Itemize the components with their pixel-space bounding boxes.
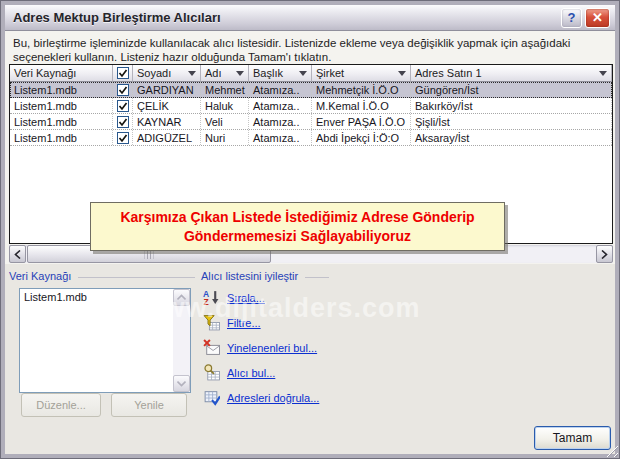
table-row[interactable]: Listem1.mdbADIGÜZELNuriAtamıza..Abdi İpe… xyxy=(10,130,612,146)
table-body: Listem1.mdbGARDIYANMehmetAtamıza..Mehmet… xyxy=(10,82,612,146)
scroll-left-button[interactable] xyxy=(9,245,26,263)
cell-data-source: Listem1.mdb xyxy=(10,114,113,129)
dialog-body: Bu, birleştirme işleminizde kullanılacak… xyxy=(5,31,615,454)
select-all-checkbox[interactable] xyxy=(117,67,129,79)
cell-adi: Mehmet xyxy=(201,82,249,97)
refine-link-label[interactable]: Adresleri doğrula... xyxy=(227,392,319,404)
window-title: Adres Mektup Birleştirme Alıcıları xyxy=(5,10,221,25)
row-checkbox[interactable] xyxy=(117,132,129,144)
chevron-down-icon xyxy=(177,380,186,387)
cell-adi: Haluk xyxy=(201,98,249,113)
ok-button[interactable]: Tamam xyxy=(534,426,611,450)
column-header-soyadi[interactable]: Soyadı xyxy=(133,65,201,82)
cell-adres: Güngören/İst xyxy=(411,82,612,97)
find-recipient-icon xyxy=(203,364,220,381)
cell-soyadi: ÇELİK xyxy=(133,98,201,113)
column-header-baslik[interactable]: Başlık xyxy=(249,65,312,82)
cell-sirket: Enver PAŞA İ.Ö.O xyxy=(312,114,411,129)
column-header-select-all[interactable] xyxy=(113,65,133,82)
scroll-down-button[interactable] xyxy=(173,375,190,392)
cell-soyadi: KAYNAR xyxy=(133,114,201,129)
cell-adi: Nuri xyxy=(201,130,249,145)
sort-az-icon: AZ xyxy=(203,289,220,306)
dropdown-arrow-icon[interactable] xyxy=(188,71,196,76)
data-source-listbox[interactable]: Listem1.mdb xyxy=(19,288,191,393)
column-header-veri-kaynagi[interactable]: Veri Kaynağı xyxy=(10,65,113,82)
chevron-right-icon xyxy=(601,250,608,259)
cell-sirket: M.Kemal İ.Ö.O xyxy=(312,98,411,113)
cell-sirket: Mehmetçik İ.Ö.O xyxy=(312,82,411,97)
refine-link-filtre-[interactable]: Filtre... xyxy=(203,314,319,331)
table-row[interactable]: Listem1.mdbGARDIYANMehmetAtamıza..Mehmet… xyxy=(10,82,612,98)
section-rule xyxy=(305,277,329,278)
cell-include-checkbox[interactable] xyxy=(113,130,133,145)
cell-data-source: Listem1.mdb xyxy=(10,82,113,97)
data-source-item[interactable]: Listem1.mdb xyxy=(20,289,190,305)
refine-links-list: AZSırala...Filtre...Yinelenenleri bul...… xyxy=(203,289,319,414)
refine-link-label[interactable]: Filtre... xyxy=(227,317,261,329)
refine-link-yinelenenleri-bul-[interactable]: Yinelenenleri bul... xyxy=(203,339,319,356)
row-checkbox[interactable] xyxy=(117,116,129,128)
cell-adi: Veli xyxy=(201,114,249,129)
find-duplicates-icon xyxy=(203,339,220,356)
dropdown-arrow-icon[interactable] xyxy=(236,71,244,76)
listbox-scrollbar[interactable] xyxy=(173,289,190,392)
section-rule xyxy=(78,277,195,278)
column-header-adi[interactable]: Adı xyxy=(201,65,249,82)
refine-link-label[interactable]: Sırala... xyxy=(227,292,265,304)
table-row[interactable]: Listem1.mdbÇELİKHalukAtamıza..M.Kemal İ.… xyxy=(10,98,612,114)
cell-data-source: Listem1.mdb xyxy=(10,98,113,113)
cell-sirket: Abdi İpekçi İ:Ö:O xyxy=(312,130,411,145)
refine-link-label[interactable]: Alıcı bul... xyxy=(227,367,275,379)
svg-text:Z: Z xyxy=(204,297,209,306)
close-button[interactable]: ✕ xyxy=(585,8,610,28)
refine-link-adresleri-do-rula-[interactable]: Adresleri doğrula... xyxy=(203,389,319,406)
cell-adres: Bakırköy/İst xyxy=(411,98,612,113)
refine-section-label: Alıcı listesini iyileştir xyxy=(201,270,329,282)
annotation-text: Karşımıza Çıkan Listede İstediğimiz Adre… xyxy=(91,208,504,246)
dropdown-arrow-icon[interactable] xyxy=(398,71,406,76)
titlebar[interactable]: Adres Mektup Birleştirme Alıcıları ? ✕ xyxy=(5,5,615,31)
cell-baslik: Atamıza.. xyxy=(249,98,312,113)
cell-include-checkbox[interactable] xyxy=(113,114,133,129)
scroll-right-button[interactable] xyxy=(596,245,613,263)
cell-soyadi: GARDIYAN xyxy=(133,82,201,97)
data-source-section-label: Veri Kaynağı xyxy=(9,270,195,282)
cell-include-checkbox[interactable] xyxy=(113,82,133,97)
refresh-button[interactable]: Yenile xyxy=(111,393,187,417)
refine-link-s-rala-[interactable]: AZSırala... xyxy=(203,289,319,306)
cell-baslik: Atamıza.. xyxy=(249,82,312,97)
row-checkbox[interactable] xyxy=(117,100,129,112)
filter-icon xyxy=(203,314,220,331)
column-header-adres-satin-1[interactable]: Adres Satın 1 xyxy=(411,65,612,82)
cell-data-source: Listem1.mdb xyxy=(10,130,113,145)
titlebar-buttons: ? ✕ xyxy=(561,8,615,28)
chevron-left-icon xyxy=(14,250,21,259)
validate-addresses-icon xyxy=(203,389,220,406)
cell-soyadi: ADIGÜZEL xyxy=(133,130,201,145)
intro-text: Bu, birleştirme işleminizde kullanılacak… xyxy=(13,36,609,64)
refine-link-al-c-bul-[interactable]: Alıcı bul... xyxy=(203,364,319,381)
column-header-sirket[interactable]: Şirket xyxy=(312,65,411,82)
annotation-callout: Karşımıza Çıkan Listede İstediğimiz Adre… xyxy=(90,202,505,251)
mail-merge-recipients-dialog: Adres Mektup Birleştirme Alıcıları ? ✕ B… xyxy=(0,0,620,459)
scroll-up-button[interactable] xyxy=(173,289,190,306)
cell-baslik: Atamıza.. xyxy=(249,114,312,129)
cell-adres: Aksaray/İst xyxy=(411,130,612,145)
cell-include-checkbox[interactable] xyxy=(113,98,133,113)
dropdown-arrow-icon[interactable] xyxy=(299,71,307,76)
edit-button[interactable]: Düzenle... xyxy=(21,393,101,417)
dropdown-arrow-icon[interactable] xyxy=(599,71,607,76)
help-button[interactable]: ? xyxy=(561,8,582,28)
refine-link-label[interactable]: Yinelenenleri bul... xyxy=(227,342,317,354)
cell-adres: Şişli/İst xyxy=(411,114,612,129)
row-checkbox[interactable] xyxy=(117,84,129,96)
table-row[interactable]: Listem1.mdbKAYNARVeliAtamıza..Enver PAŞA… xyxy=(10,114,612,130)
table-header-row: Veri Kaynağı Soyadı Adı Başlık xyxy=(10,65,612,82)
cell-baslik: Atamıza.. xyxy=(249,130,312,145)
chevron-up-icon xyxy=(177,294,186,301)
